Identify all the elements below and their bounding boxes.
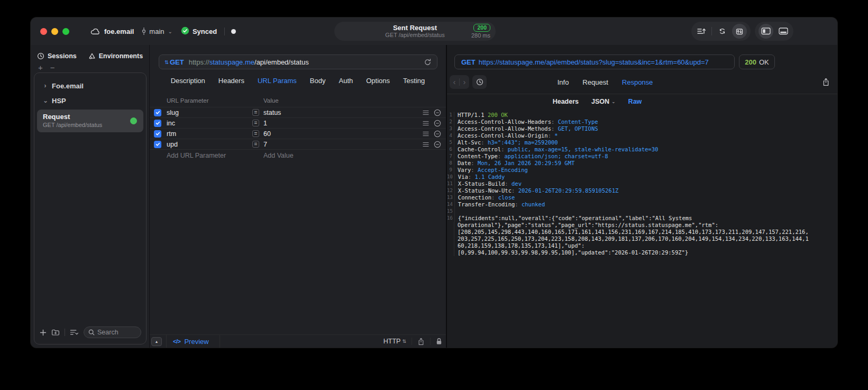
code-line: 15 — [447, 208, 837, 215]
code-text: Content-Type: application/json; charset=… — [454, 153, 608, 160]
param-checkbox[interactable] — [154, 130, 161, 138]
subtab-raw[interactable]: Raw — [628, 98, 642, 105]
tab-environments[interactable]: Environments — [88, 52, 143, 60]
param-checkbox[interactable] — [154, 141, 161, 148]
merge-arrows-icon[interactable] — [716, 25, 728, 38]
toolbar-separator — [430, 338, 431, 345]
chevron-right-icon: › — [43, 82, 48, 89]
sync-status[interactable]: Synced — [181, 26, 217, 37]
lock-icon[interactable] — [436, 338, 442, 345]
protocol-selector[interactable]: HTTP — [383, 338, 401, 345]
reorder-icon[interactable] — [423, 131, 429, 137]
code-line: 4Access-Control-Allow-Origin: * — [447, 132, 837, 139]
param-row: upd=7 — [150, 139, 446, 150]
icon-separator — [711, 27, 712, 35]
sort-ascending-icon[interactable] — [695, 25, 708, 38]
new-folder-icon[interactable] — [51, 329, 60, 336]
param-value[interactable]: 1 — [263, 120, 423, 127]
line-number: 5 — [447, 139, 454, 146]
tab-request[interactable]: Request — [582, 78, 608, 86]
remove-param-icon[interactable] — [434, 120, 441, 127]
add-param-row[interactable]: Add URL Parameter Add Value — [150, 150, 446, 161]
reorder-icon[interactable] — [423, 142, 429, 147]
reorder-icon[interactable] — [423, 121, 429, 126]
request-url-bar[interactable]: ⇅ GET https://statuspage.me/api/embed/st… — [159, 55, 437, 69]
tab-headers[interactable]: Headers — [218, 77, 244, 85]
request-status-pill[interactable]: Sent Request GET /api/embed/status 200 2… — [334, 22, 496, 41]
tab-description[interactable]: Description — [171, 77, 205, 85]
remove-param-icon[interactable] — [434, 141, 441, 148]
remove-item-button[interactable]: − — [50, 65, 55, 71]
add-param-value-placeholder[interactable]: Add Value — [263, 152, 294, 159]
response-status-button[interactable]: 200 OK — [739, 55, 775, 69]
param-value[interactable]: 7 — [263, 141, 423, 148]
tab-options[interactable]: Options — [366, 77, 390, 85]
toolbar-separator — [220, 335, 220, 348]
titlebar: foe.email main ⌄ Synced Sent Request GET… — [31, 17, 837, 45]
project-menu[interactable]: foe.email — [90, 28, 134, 35]
project-name: foe.email — [104, 28, 134, 35]
param-checkbox[interactable] — [154, 109, 161, 116]
protocol-selector-icon[interactable]: ⇅ — [402, 339, 406, 344]
param-checkbox[interactable] — [154, 120, 161, 127]
tab-info[interactable]: Info — [558, 78, 569, 86]
add-param-name-placeholder[interactable]: Add URL Parameter — [167, 152, 263, 159]
sidebar-spacer — [34, 132, 146, 325]
remove-param-icon[interactable] — [434, 109, 441, 116]
response-pane: GET https://statuspage.me/api/embed/stat… — [447, 45, 837, 348]
line-number: 2 — [447, 119, 454, 125]
code-line: 12X-Status-Now-Utc: 2026-01-26T20:29:59.… — [447, 187, 837, 194]
subtab-headers[interactable]: Headers — [553, 98, 579, 105]
remove-param-icon[interactable] — [434, 130, 441, 138]
subtab-json[interactable]: JSON⌄ — [591, 98, 616, 105]
line-number: 1 — [447, 112, 454, 119]
expand-panel-button[interactable]: ▲ — [151, 337, 162, 346]
code-text: [208,205,145,298,443,140,160,165,171,161… — [454, 229, 809, 235]
minimize-window-button[interactable] — [51, 28, 58, 35]
close-window-button[interactable] — [40, 28, 47, 35]
toggle-bottom-panel-icon[interactable] — [777, 25, 790, 38]
code-text: Access-Control-Allow-Headers: Content-Ty… — [454, 119, 598, 125]
sidebar-search[interactable] — [84, 326, 141, 338]
param-value[interactable]: 60 — [263, 130, 423, 138]
method-label[interactable]: GET — [170, 58, 184, 66]
tab-url-params[interactable]: URL Params — [258, 77, 297, 85]
sync-requests-icon[interactable] — [732, 24, 747, 39]
param-value[interactable]: status — [263, 109, 423, 116]
tab-auth[interactable]: Auth — [339, 77, 353, 85]
share-icon[interactable] — [417, 338, 425, 346]
response-tabs: InfoRequestResponse — [447, 78, 763, 86]
param-name[interactable]: upd — [167, 141, 252, 148]
tab-testing[interactable]: Testing — [403, 77, 425, 85]
method-selector-icon[interactable]: ⇅ — [165, 59, 169, 65]
display-options-icon[interactable] — [70, 329, 79, 335]
reorder-icon[interactable] — [423, 110, 429, 115]
line-number — [447, 229, 454, 235]
url-host: statuspage.me — [209, 58, 254, 66]
tree-group-hsp[interactable]: ⌄ HSP — [34, 93, 146, 108]
tab-response[interactable]: Response — [622, 78, 653, 86]
clock-icon — [37, 52, 44, 60]
search-input[interactable] — [97, 329, 136, 336]
param-name[interactable]: inc — [167, 120, 252, 127]
toggle-left-panel-icon[interactable] — [759, 24, 773, 39]
request-list-item-selected[interactable]: Request GET /api/embed/status — [37, 110, 143, 132]
sent-request-url[interactable]: GET https://statuspage.me/api/embed/stat… — [454, 55, 735, 69]
param-row: inc=1 — [150, 118, 446, 129]
param-name[interactable]: slug — [167, 109, 252, 116]
add-item-button[interactable]: + — [38, 65, 43, 71]
tree-group-foe-email[interactable]: › Foe.email — [34, 78, 146, 93]
response-code: 1HTTP/1.1 200 OK2Access-Control-Allow-He… — [447, 108, 837, 348]
branch-selector[interactable]: main ⌄ — [141, 27, 172, 35]
code-preview-icon: </> — [173, 338, 180, 344]
tab-sessions[interactable]: Sessions — [37, 52, 77, 60]
resend-request-icon[interactable] — [424, 58, 432, 66]
param-name[interactable]: rtm — [167, 130, 252, 138]
tab-body[interactable]: Body — [310, 77, 326, 85]
zoom-window-button[interactable] — [62, 28, 69, 35]
new-request-icon[interactable] — [40, 329, 47, 336]
line-number: 12 — [447, 187, 455, 194]
export-response-icon[interactable] — [822, 78, 830, 86]
tree-group-label: Foe.email — [52, 82, 84, 90]
preview-button[interactable]: Preview — [184, 338, 208, 346]
